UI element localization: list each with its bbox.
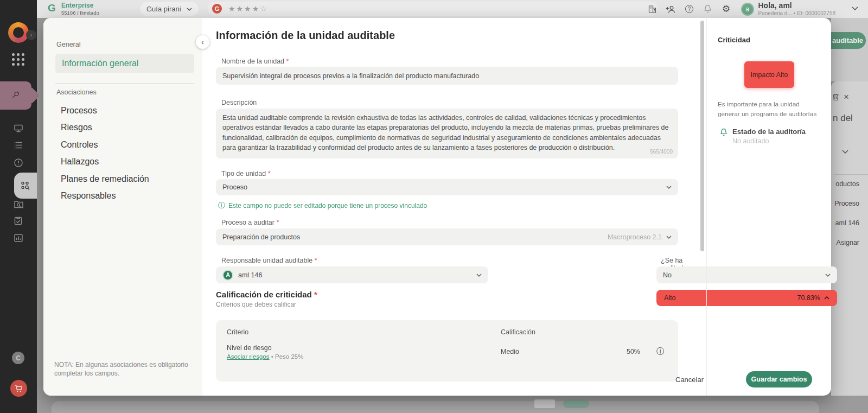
macroprocess-badge: Macroproceso 2.1 xyxy=(608,233,662,241)
nav-group-asociaciones: Asociaciones xyxy=(56,88,97,96)
sidebar-item-tasks[interactable] xyxy=(14,216,23,226)
criteria-col-header: Criterio xyxy=(227,328,248,336)
pin-icon xyxy=(11,90,21,100)
account-name: Panederia d... xyxy=(758,10,792,16)
topbar: G Enterprise 55106 / Ilimitado Guía pira… xyxy=(37,0,868,18)
nav-item-informacion-general[interactable]: Información general xyxy=(55,54,194,73)
modal-main: Información de la unidad auditable Nombr… xyxy=(202,18,706,396)
sidebar-item-pinned[interactable] xyxy=(0,81,31,110)
background-row-owner: aml 146 xyxy=(831,219,859,227)
criterion-rating: Medio xyxy=(501,348,519,355)
nav-note: NOTA: En algunas asociaciones es obligat… xyxy=(54,360,194,378)
organization-icon[interactable] xyxy=(643,4,662,14)
modal-left-nav: General Información general Asociaciones… xyxy=(43,18,202,396)
close-icon[interactable]: × xyxy=(844,92,849,101)
criteria-table: Criterio Calificación Nivel de riesgo As… xyxy=(216,320,678,382)
audit-state-value: No auditado xyxy=(732,137,806,145)
impact-badge[interactable]: Impacto Alto xyxy=(744,61,794,88)
user-greeting: Hola, aml xyxy=(758,2,836,10)
notifications-bell-icon[interactable] xyxy=(699,4,717,14)
sidebar-item-alerts[interactable] xyxy=(14,158,23,168)
sidebar-expand-button[interactable]: › xyxy=(26,30,36,40)
sidebar-item-desktop[interactable] xyxy=(14,124,23,133)
invite-user-icon[interactable] xyxy=(662,5,680,14)
chevron-down-icon xyxy=(666,186,672,189)
process-select[interactable]: Preparación de productos Macroproceso 2.… xyxy=(216,228,678,245)
associate-risks-link[interactable]: Asociar riesgos xyxy=(227,353,270,360)
process-field-label: Proceso a auditar * xyxy=(221,219,279,226)
nav-item-hallazgos[interactable]: Hallazgos xyxy=(61,157,99,167)
rating-col-header: Calificación xyxy=(501,328,535,336)
info-icon[interactable]: ⓘ xyxy=(656,347,664,357)
owner-field-label: Responsable unidad auditable * xyxy=(221,257,317,264)
audit-state-label: Estado de la auditoría xyxy=(732,128,806,136)
nav-item-responsables[interactable]: Responsables xyxy=(61,191,116,201)
cancel-button[interactable]: Cancelar xyxy=(675,376,704,384)
help-icon[interactable]: ? xyxy=(680,5,699,13)
user-avatar[interactable]: a xyxy=(741,3,754,16)
modal-title: Información de la unidad auditable xyxy=(216,29,395,42)
criterion-meta: Asociar riesgos • Peso 25% xyxy=(227,353,303,360)
owner-select[interactable]: A aml 146 xyxy=(216,266,488,283)
create-auditable-unit-label: auditable xyxy=(831,36,863,45)
required-asterisk: * xyxy=(268,170,271,177)
name-input[interactable]: Supervisión integral de procesos previos… xyxy=(216,67,678,85)
owner-avatar: A xyxy=(222,270,233,281)
required-asterisk: * xyxy=(276,219,279,226)
required-asterisk: * xyxy=(314,290,317,299)
star-empty: ☆ xyxy=(260,4,268,13)
background-right-card: × n del oductos Proceso aml 146 Asignar xyxy=(831,81,868,396)
background-content-band xyxy=(52,401,819,413)
g2-rating-bar[interactable]: G ★★★★☆ xyxy=(208,2,658,16)
settings-gear-icon[interactable]: ⚙ xyxy=(717,4,736,14)
nav-item-controles[interactable]: Controles xyxy=(61,140,98,150)
audit-bell-icon xyxy=(720,128,727,137)
pirani-logo: G xyxy=(48,2,56,14)
account-id: • ID: 0000002758 xyxy=(794,10,835,16)
account-chevron-down-icon[interactable] xyxy=(852,7,858,10)
chevron-down-icon xyxy=(187,8,192,11)
description-textarea[interactable]: Esta unidad auditable comprende la revis… xyxy=(216,109,678,158)
criterion-percent: 50% xyxy=(627,348,640,355)
guide-dropdown[interactable]: Guía pirani xyxy=(140,2,199,16)
g2-logo: G xyxy=(212,4,222,14)
sidebar-item-reports[interactable] xyxy=(14,233,23,243)
chevron-down-icon xyxy=(476,274,482,277)
sidebar-item-audit-active[interactable] xyxy=(14,173,37,199)
chevron-down-icon[interactable] xyxy=(842,150,848,154)
save-changes-button[interactable]: Guardar cambios xyxy=(746,371,812,387)
background-row-assign[interactable]: Asignar xyxy=(831,239,859,246)
type-select[interactable]: Proceso xyxy=(216,179,678,195)
criticality-value: Alto xyxy=(664,294,676,302)
required-asterisk: * xyxy=(315,257,317,264)
org-quota: 55106 / Ilimitado xyxy=(61,10,99,16)
audit-search-icon xyxy=(20,181,30,191)
chat-widget-icon[interactable]: C xyxy=(12,352,24,364)
nav-item-riesgos[interactable]: Riesgos xyxy=(61,123,92,132)
type-field-label: Tipo de unidad * xyxy=(221,170,271,177)
apps-grid-icon[interactable] xyxy=(12,53,25,66)
criticality-description: Es importante para la unidad generar un … xyxy=(718,100,821,119)
nav-item-planes-remediacion[interactable]: Planes de remediación xyxy=(61,174,149,184)
criticality-panel: Criticidad Impacto Alto Es importante pa… xyxy=(707,18,831,396)
char-counter: 565/4000 xyxy=(650,148,673,156)
sidebar-item-list[interactable] xyxy=(14,141,23,149)
cart-button[interactable] xyxy=(10,380,27,397)
workspace-logo[interactable] xyxy=(8,22,29,43)
org-name: Enterprise xyxy=(61,2,99,9)
app-screen: auditable × n del oductos Proceso aml 14… xyxy=(0,0,868,413)
background-row-type: Proceso xyxy=(831,200,859,207)
background-right-strip xyxy=(831,18,868,81)
trash-icon[interactable] xyxy=(832,93,839,101)
user-info[interactable]: Hola, aml Panederia d... • ID: 000000275… xyxy=(758,2,836,16)
rating-stars[interactable]: ★★★★☆ xyxy=(228,4,268,13)
auditable-unit-modal: General Información general Asociaciones… xyxy=(43,18,831,396)
create-auditable-unit-button[interactable]: auditable xyxy=(831,32,866,49)
vertical-scrollbar[interactable] xyxy=(700,21,704,251)
info-icon: ⓘ xyxy=(218,201,225,211)
sidebar-item-documents[interactable] xyxy=(14,200,24,209)
collapse-panel-button[interactable]: ‹ xyxy=(196,35,209,49)
nav-item-procesos[interactable]: Procesos xyxy=(61,106,97,116)
org-info: Enterprise 55106 / Ilimitado xyxy=(61,2,99,16)
criticality-sublabel: Criterios que debes calificar xyxy=(216,301,296,308)
